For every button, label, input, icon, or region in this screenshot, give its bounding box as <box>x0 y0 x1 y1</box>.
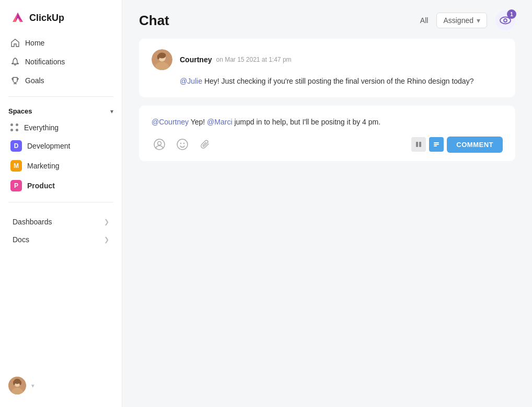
sidebar-dashboards-label: Dashboards <box>13 218 52 226</box>
space-marketing-label: Marketing <box>27 162 59 170</box>
message-1: Courtney on Mar 15 2021 at 1:47 pm @Juli… <box>139 39 515 97</box>
spaces-title: Spaces <box>8 107 32 115</box>
sidebar-item-notifications-label: Notifications <box>25 58 65 66</box>
chat-area: Courtney on Mar 15 2021 at 1:47 pm @Juli… <box>122 39 532 407</box>
space-item-development[interactable]: D Development <box>4 136 118 156</box>
svg-point-21 <box>177 139 188 150</box>
reply-mention-2: @Marci <box>207 118 232 126</box>
space-item-marketing[interactable]: M Marketing <box>4 156 118 176</box>
divider-2 <box>8 202 113 202</box>
chevron-dropdown-icon: ▾ <box>477 16 480 25</box>
dashboards-item-left: Dashboards <box>13 218 52 226</box>
attachment-icon-button[interactable] <box>198 137 213 152</box>
space-everything-label: Everything <box>24 123 59 132</box>
header-controls: All Assigned ▾ 1 <box>420 10 515 30</box>
space-development-label: Development <box>27 142 71 150</box>
reply-toolbar: COMMENT <box>152 137 503 153</box>
svg-rect-24 <box>416 142 418 147</box>
reply-actions: COMMENT <box>411 137 503 153</box>
home-icon <box>10 38 20 48</box>
sidebar-item-home[interactable]: Home <box>4 33 118 52</box>
reply-box: @Courtney Yep! @Marci jumpd in to help, … <box>139 106 515 161</box>
reply-icons <box>152 137 213 152</box>
page-header: Chat All Assigned ▾ 1 <box>122 0 532 39</box>
user-avatar[interactable] <box>8 377 26 394</box>
svg-rect-25 <box>419 142 421 147</box>
message-author-1: Courtney <box>180 55 212 64</box>
space-badge-product: P <box>10 180 22 191</box>
sidebar-item-goals[interactable]: Goals <box>4 71 118 90</box>
main-content: Chat All Assigned ▾ 1 <box>122 0 532 407</box>
svg-point-20 <box>158 142 161 145</box>
reply-mention-1: @Courtney <box>152 118 189 126</box>
emoji-icon-button[interactable] <box>175 137 190 152</box>
filter-all[interactable]: All <box>420 16 429 25</box>
space-badge-development: D <box>10 140 22 152</box>
sidebar-sections: Dashboards ❯ Docs ❯ <box>0 213 122 248</box>
sidebar: ClickUp Home Notifications <box>0 0 122 407</box>
action-btn-1[interactable] <box>411 137 426 152</box>
message-time-1: on Mar 15 2021 at 1:47 pm <box>216 56 291 63</box>
chevron-right-icon-docs: ❯ <box>104 236 109 243</box>
watch-button[interactable]: 1 <box>495 10 515 30</box>
sidebar-item-goals-label: Goals <box>25 76 44 85</box>
sidebar-docs-label: Docs <box>13 235 29 244</box>
comment-button[interactable]: COMMENT <box>447 137 503 153</box>
docs-item-left: Docs <box>13 235 29 244</box>
filter-assigned-label: Assigned <box>443 16 473 25</box>
space-item-product[interactable]: P Product <box>4 176 118 196</box>
app-name: ClickUp <box>29 13 64 24</box>
message-body-1: @Julie Hey! Just checking if you're stil… <box>180 75 503 87</box>
reply-text: @Courtney Yep! @Marci jumpd in to help, … <box>152 116 503 128</box>
svg-point-23 <box>183 143 184 144</box>
spaces-list: Everything D Development M Marketing P P… <box>0 119 122 196</box>
app-logo[interactable]: ClickUp <box>0 0 122 33</box>
sidebar-item-docs[interactable]: Docs ❯ <box>4 231 118 248</box>
message-avatar-1 <box>152 49 172 70</box>
space-item-everything[interactable]: Everything <box>4 119 118 136</box>
svg-rect-26 <box>434 142 439 143</box>
message-header-1: Courtney on Mar 15 2021 at 1:47 pm <box>152 49 503 70</box>
space-badge-marketing: M <box>10 160 22 172</box>
space-product-label: Product <box>27 182 55 190</box>
page-title: Chat <box>139 13 169 29</box>
message-meta-1: Courtney on Mar 15 2021 at 1:47 pm <box>180 55 292 64</box>
user-icon-button[interactable] <box>152 137 167 152</box>
svg-point-18 <box>157 55 159 60</box>
svg-point-10 <box>13 381 15 385</box>
chevron-right-icon: ❯ <box>104 218 109 225</box>
spaces-header[interactable]: Spaces ▾ <box>0 103 122 119</box>
watch-badge: 1 <box>507 9 516 19</box>
dots-grid-icon <box>10 123 19 132</box>
svg-rect-28 <box>434 145 437 146</box>
main-nav: Home Notifications Goals <box>0 33 122 90</box>
svg-point-11 <box>19 381 21 385</box>
svg-point-13 <box>504 19 507 22</box>
divider-1 <box>8 96 113 97</box>
svg-rect-27 <box>434 144 439 145</box>
message-text-1: Hey! Just checking if you're still posti… <box>202 77 473 85</box>
logo-icon <box>10 10 25 25</box>
sidebar-item-dashboards[interactable]: Dashboards ❯ <box>4 213 118 231</box>
svg-point-22 <box>180 143 181 144</box>
sidebar-footer[interactable]: ▾ <box>0 372 122 399</box>
trophy-icon <box>10 76 20 85</box>
chevron-down-user: ▾ <box>31 382 34 389</box>
sidebar-item-home-label: Home <box>25 39 44 47</box>
action-btn-2[interactable] <box>429 137 444 152</box>
message-mention-1: @Julie <box>180 77 202 85</box>
reply-text-2: jumpd in to help, but I'll be positng it… <box>233 118 381 126</box>
chevron-down-icon: ▾ <box>110 108 113 115</box>
reply-text-1: Yep! <box>189 118 207 126</box>
filter-assigned-dropdown[interactable]: Assigned ▾ <box>436 13 487 28</box>
sidebar-item-notifications[interactable]: Notifications <box>4 52 118 71</box>
bell-icon <box>10 57 20 66</box>
